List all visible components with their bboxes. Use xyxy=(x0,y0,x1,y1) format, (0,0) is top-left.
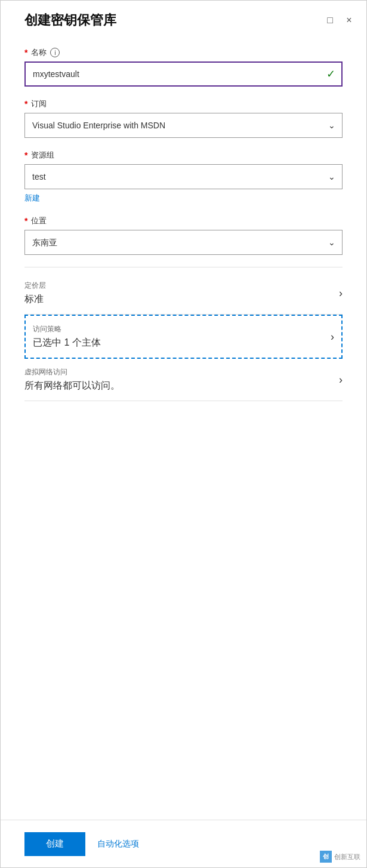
virtual-network-arrow-icon: › xyxy=(339,374,343,386)
create-button[interactable]: 创建 xyxy=(24,832,85,856)
access-policy-arrow-icon: › xyxy=(331,331,334,343)
virtual-network-content: 虚拟网络访问 所有网络都可以访问。 xyxy=(24,367,333,392)
bottom-section: 创建 自动化选项 创 创新互联 xyxy=(1,820,366,867)
name-valid-icon: ✓ xyxy=(326,67,335,81)
virtual-network-value: 所有网络都可以访问。 xyxy=(24,380,333,392)
name-info-icon[interactable]: i xyxy=(50,48,60,57)
watermark-text: 创新互联 xyxy=(334,852,360,861)
virtual-network-label: 虚拟网络访问 xyxy=(24,367,333,377)
virtual-network-nav-item[interactable]: 虚拟网络访问 所有网络都可以访问。 › xyxy=(24,359,343,401)
pricing-tier-label: 定价层 xyxy=(24,281,333,291)
divider-1 xyxy=(24,267,343,267)
subscription-select-wrapper: Visual Studio Enterprise with MSDN ⌄ xyxy=(24,113,343,138)
name-field-group: * 名称 i ✓ xyxy=(24,47,343,87)
title-bar: 创建密钥保管库 □ × xyxy=(1,1,366,35)
watermark: 创 创新互联 xyxy=(320,851,360,863)
pricing-tier-value: 标准 xyxy=(24,293,333,306)
resource-group-required-star: * xyxy=(24,150,27,160)
form-content: * 名称 i ✓ * 订阅 Visual Studio Enterprise w… xyxy=(1,35,366,820)
subscription-field-group: * 订阅 Visual Studio Enterprise with MSDN … xyxy=(24,99,343,138)
resource-group-select-wrapper: test ⌄ xyxy=(24,164,343,189)
subscription-required-star: * xyxy=(24,99,27,109)
access-policy-label: 访问策略 xyxy=(33,324,325,334)
name-input[interactable] xyxy=(24,61,343,87)
access-policy-content: 访问策略 已选中 1 个主体 xyxy=(33,324,325,349)
location-required-star: * xyxy=(24,216,27,226)
watermark-icon: 创 xyxy=(320,851,332,863)
subscription-select[interactable]: Visual Studio Enterprise with MSDN xyxy=(24,113,343,138)
window-title: 创建密钥保管库 xyxy=(24,11,116,29)
new-resource-group-link[interactable]: 新建 xyxy=(24,193,40,204)
automation-options-link[interactable]: 自动化选项 xyxy=(97,839,139,849)
resource-group-field-group: * 资源组 test ⌄ 新建 xyxy=(24,150,343,204)
subscription-label: * 订阅 xyxy=(24,99,343,109)
resource-group-select[interactable]: test xyxy=(24,164,343,189)
location-field-group: * 位置 东南亚 ⌄ xyxy=(24,216,343,255)
resource-group-label: * 资源组 xyxy=(24,150,343,161)
pricing-tier-content: 定价层 标准 xyxy=(24,281,333,306)
access-policy-value: 已选中 1 个主体 xyxy=(33,337,325,349)
window-controls: □ × xyxy=(325,15,354,26)
access-policy-nav-item[interactable]: 访问策略 已选中 1 个主体 › xyxy=(24,315,343,359)
location-select-wrapper: 东南亚 ⌄ xyxy=(24,230,343,255)
minimize-button[interactable]: □ xyxy=(325,15,335,26)
close-button[interactable]: × xyxy=(344,15,354,26)
name-label: * 名称 i xyxy=(24,47,343,58)
pricing-tier-nav-item[interactable]: 定价层 标准 › xyxy=(24,272,343,315)
name-required-star: * xyxy=(24,48,27,57)
location-label: * 位置 xyxy=(24,216,343,226)
location-select[interactable]: 东南亚 xyxy=(24,230,343,255)
pricing-tier-arrow-icon: › xyxy=(339,287,343,300)
name-input-wrapper: ✓ xyxy=(24,61,343,87)
bottom-bar: 创建 自动化选项 xyxy=(1,820,366,867)
